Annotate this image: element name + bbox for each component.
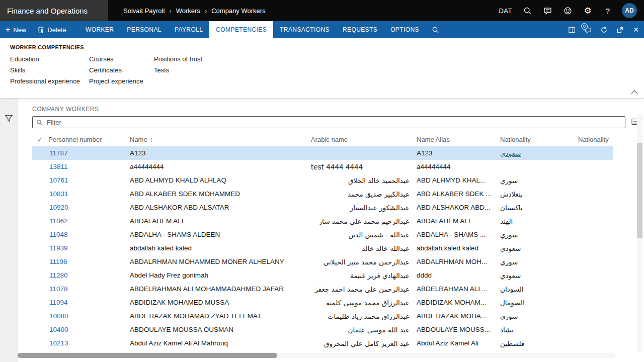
smiley-icon[interactable] — [557, 0, 578, 21]
filter-input[interactable] — [46, 118, 621, 127]
personnel-number-link[interactable]: 11048 — [48, 231, 130, 238]
breadcrumb-area[interactable]: Workers — [176, 7, 200, 15]
quick-filter[interactable] — [32, 116, 625, 128]
command-search-icon[interactable] — [426, 21, 445, 38]
horizontal-scrollbar[interactable] — [18, 353, 615, 358]
open-in-new-window-icon[interactable] — [612, 21, 628, 38]
table-row[interactable]: 11078ABDELRAHMAN ALI MOHAMMADAHMED JAFAR… — [32, 282, 613, 296]
ribbon-link-certificates[interactable]: Certificates — [89, 66, 154, 74]
grid-header-row: ✓ Personnel number Name↑ Arabic name Nam… — [32, 133, 613, 146]
gear-icon[interactable]: ⚙ — [578, 0, 598, 21]
name-cell: a44444444 — [130, 163, 311, 170]
nationality-cell: السودان — [500, 285, 578, 293]
table-row[interactable]: 11062ABDALAHEM ALIعبدالرحيم محمد علي محم… — [32, 214, 613, 228]
personnel-number-link[interactable]: 10400 — [48, 326, 130, 333]
tab-competencies[interactable]: COMPETENCIES — [209, 21, 273, 38]
column-header-arabic-name[interactable]: Arabic name — [311, 136, 417, 143]
arabic-name-cell: عبدالكبير صديق محمد — [311, 190, 417, 198]
ribbon-column: Positions of trustTests — [154, 55, 202, 85]
table-row[interactable]: 10920ABD ALSHAKOR ABD ALSATARعبدالشكور ع… — [32, 201, 613, 214]
app-title[interactable]: Finance and Operations — [0, 0, 108, 21]
breadcrumb-module[interactable]: Solvait Payroll — [123, 7, 165, 15]
worker-competencies-flyout: WORKER COMPETENCIES EducationSkillsProfe… — [0, 38, 644, 99]
nationality-cell: الهند — [500, 217, 578, 225]
personnel-number-link[interactable]: 11939 — [48, 244, 130, 252]
vertical-scrollbar[interactable] — [637, 114, 642, 352]
ribbon-link-positions-of-trust[interactable]: Positions of trust — [154, 55, 202, 63]
feedback-icon[interactable] — [537, 0, 557, 21]
personnel-number-link[interactable]: 11787 — [48, 149, 130, 157]
tab-requests[interactable]: REQUESTS — [336, 21, 384, 38]
personnel-number-link[interactable]: 11062 — [48, 217, 130, 225]
personnel-number-link[interactable]: 11280 — [48, 272, 130, 279]
personnel-number-link[interactable]: 10920 — [48, 204, 130, 211]
name-cell: abdallah kaled kaled — [130, 244, 311, 252]
side-panel-icon[interactable] — [564, 21, 580, 38]
name-alias-cell: ABDALRHMAN MOH... — [417, 258, 500, 265]
arabic-name-cell: عبدالرزاق محمد موسى كلميه — [311, 299, 417, 307]
new-button[interactable]: + New — [0, 21, 32, 38]
ribbon-link-project-experience[interactable]: Project experience — [89, 77, 154, 85]
personnel-number-link[interactable]: 10831 — [48, 190, 130, 198]
column-header-personnel-number[interactable]: Personnel number — [48, 136, 130, 143]
table-row[interactable]: 11094ABDIDIZAK MOHAMED MUSSAعبدالرزاق مح… — [32, 296, 613, 309]
column-header-name[interactable]: Name↑ — [130, 136, 311, 143]
name-alias-cell: dddd — [417, 272, 500, 279]
name-alias-cell: ABDELRAHMAN ALI ... — [417, 285, 500, 293]
nationality-cell: سوري — [500, 258, 578, 266]
ribbon-link-tests[interactable]: Tests — [154, 66, 202, 74]
select-all-check-icon[interactable]: ✓ — [32, 136, 48, 143]
ribbon-link-education[interactable]: Education — [10, 55, 89, 63]
table-row[interactable]: 11939abdallah kaled kaledعبدالله خالد خا… — [32, 241, 613, 255]
personnel-number-link[interactable]: 10761 — [48, 176, 130, 184]
vertical-scrollbar-thumb[interactable] — [637, 143, 642, 238]
personnel-number-link[interactable]: 11094 — [48, 299, 130, 306]
table-row[interactable]: 11787A123A123سعودي — [32, 146, 613, 160]
table-row[interactable]: 11196ABDALRHMAN MOHAMMED MONER ALHELANYع… — [32, 255, 613, 268]
personnel-number-link[interactable]: 10080 — [48, 312, 130, 320]
tab-worker[interactable]: WORKER — [79, 21, 120, 38]
command-bar-right-icons: 0 ✕ — [564, 21, 644, 38]
column-header-nationality-2[interactable]: Nationality — [578, 136, 613, 143]
company-workers-grid: ✓ Personnel number Name↑ Arabic name Nam… — [32, 133, 613, 350]
column-header-nationality[interactable]: Nationality — [500, 136, 578, 143]
breadcrumb-page[interactable]: Company Workers — [211, 7, 265, 15]
name-alias-cell: ABDL RAZAK MOHA... — [417, 312, 500, 320]
table-row[interactable]: 10080ABDL RAZAK MOHAMAD ZYAD TELEMATعبدا… — [32, 309, 613, 323]
tab-transactions[interactable]: TRANSACTIONS — [273, 21, 336, 38]
personnel-number-link[interactable]: 11196 — [48, 258, 130, 265]
tab-personal[interactable]: PERSONAL — [120, 21, 168, 38]
personnel-number-link[interactable]: 10213 — [48, 339, 130, 347]
messages-icon[interactable]: 0 — [580, 21, 596, 38]
horizontal-scrollbar-thumb[interactable] — [18, 353, 277, 358]
column-header-name-alias[interactable]: Name Alias — [417, 136, 500, 143]
collapse-flyout-button[interactable] — [630, 87, 639, 97]
table-row[interactable]: 10213Abdul Aziz Kamel Ali Al Mahrouqعبد … — [32, 336, 613, 350]
name-cell: ABD ALKABER SDEK MOHAMMED — [130, 190, 311, 198]
personnel-number-link[interactable]: 13811 — [48, 163, 130, 170]
table-row[interactable]: 10831ABD ALKABER SDEK MOHAMMEDعبدالكبير … — [32, 187, 613, 201]
table-row[interactable]: 10400ABDOULAYE MOUSSA OUSMANعبد الله موس… — [32, 323, 613, 336]
delete-button[interactable]: Delete — [32, 21, 72, 38]
avatar[interactable]: AD — [622, 3, 637, 18]
ribbon-link-skills[interactable]: Skills — [10, 66, 89, 74]
filter-pane-icon[interactable] — [4, 114, 14, 125]
close-icon[interactable]: ✕ — [628, 21, 644, 38]
ribbon-link-courses[interactable]: Courses — [89, 55, 154, 63]
arabic-name-cell: عبدالرحمن علي محمد احمد جعفر — [311, 285, 417, 293]
personnel-number-link[interactable]: 11078 — [48, 285, 130, 293]
table-row[interactable]: 10761ABD ALHMYD KHALD ALHLAQعبدالحميد خا… — [32, 173, 613, 187]
tab-payroll[interactable]: PAYROLL — [168, 21, 209, 38]
breadcrumb-separator-icon: › — [205, 7, 207, 15]
table-row[interactable]: 11280Abdel Hady Frez gonimahعبدالهادي فر… — [32, 268, 613, 282]
tab-options[interactable]: OPTIONS — [384, 21, 426, 38]
name-alias-cell: abdallah kaled kaled — [417, 244, 500, 252]
table-row[interactable]: 11048ABDALHA - SHAMS ALDEENعبدالله - شمس… — [32, 228, 613, 241]
help-icon[interactable]: ? — [598, 0, 618, 21]
table-row[interactable]: 13811a44444444test 4444 4444a44444444 — [32, 160, 613, 173]
refresh-icon[interactable] — [596, 21, 612, 38]
search-icon[interactable] — [517, 0, 537, 21]
ribbon-link-professional-experience[interactable]: Professional experience — [10, 77, 89, 85]
top-navigation-bar: Finance and Operations Solvait Payroll ›… — [0, 0, 644, 21]
name-cell: Abdul Aziz Kamel Ali Al Mahrouq — [130, 339, 311, 347]
